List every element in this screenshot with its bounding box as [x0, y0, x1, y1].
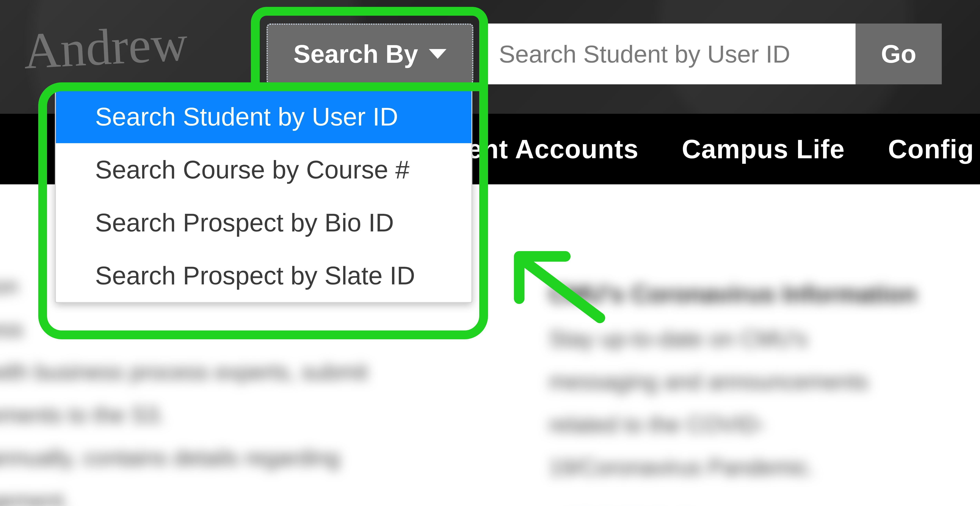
- nav-item-student-accounts[interactable]: dent Accounts: [451, 134, 639, 164]
- blurred-text-line: related to the COVID-: [549, 403, 951, 446]
- blurred-heading: CMU's Coronavirus Information: [549, 271, 951, 317]
- dropdown-option-student-userid[interactable]: Search Student by User ID: [56, 90, 471, 143]
- search-input[interactable]: [487, 24, 856, 85]
- dropdown-option-prospect-bioid[interactable]: Search Prospect by Bio ID: [56, 196, 471, 249]
- search-cluster: Search By Go: [267, 24, 942, 85]
- search-by-dropdown-button[interactable]: Search By: [267, 24, 473, 85]
- caret-down-icon: [429, 49, 447, 59]
- brand-script-logo: Andrew: [22, 13, 189, 80]
- blurred-text-line: annually, contains details regarding: [0, 436, 400, 479]
- blurred-text-line: Stay up-to-date on CMU's: [549, 317, 951, 360]
- go-button-label: Go: [881, 39, 916, 69]
- blurred-text-line: ess: [0, 308, 400, 351]
- blurred-text-line: gement.: [0, 479, 400, 506]
- blurred-text-line: messaging and announcements: [549, 360, 951, 403]
- nav-item-config[interactable]: Config: [888, 134, 974, 164]
- search-by-label: Search By: [293, 39, 418, 69]
- dropdown-option-course-number[interactable]: Search Course by Course #: [56, 143, 471, 196]
- dropdown-option-prospect-slateid[interactable]: Search Prospect by Slate ID: [56, 249, 471, 302]
- blurred-text-line: 19/Coronavirus Pandemic.: [549, 446, 951, 489]
- blurred-right-content: CMU's Coronavirus Information Stay up-to…: [549, 271, 951, 506]
- nav-item-campus-life[interactable]: Campus Life: [682, 134, 845, 164]
- go-button[interactable]: Go: [856, 24, 942, 85]
- search-by-dropdown-menu: Search Student by User ID Search Course …: [55, 89, 473, 303]
- blurred-text-line: ements to the S3.: [0, 393, 400, 436]
- blurred-text-line: with business process experts, submit: [0, 351, 400, 393]
